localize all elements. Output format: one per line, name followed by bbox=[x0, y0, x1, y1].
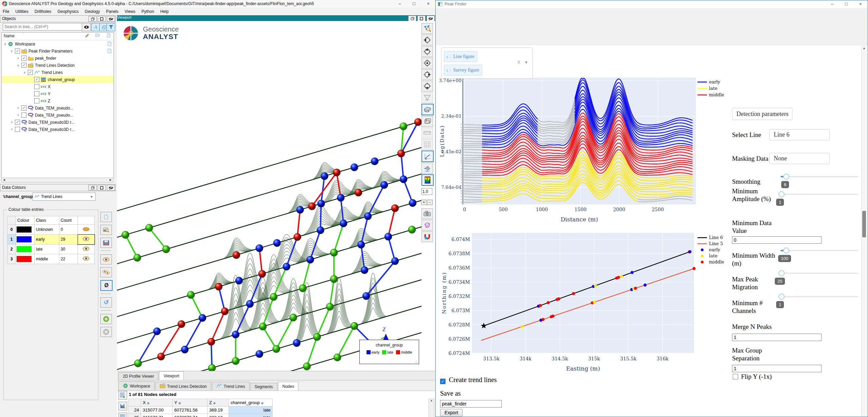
tab-trend-lines-detection[interactable]: Trend Lines Detection bbox=[155, 382, 211, 391]
tree-item-data-tem-pseudo-[interactable]: >✓rxData_TEM_pseudo... bbox=[2, 104, 114, 112]
view-left-button[interactable] bbox=[421, 35, 433, 45]
zoom-to-selection-button[interactable] bbox=[421, 23, 433, 34]
background-colour-button[interactable] bbox=[421, 163, 433, 174]
tree-checkbox[interactable]: ✓ bbox=[15, 120, 20, 125]
expand-icon[interactable]: > bbox=[9, 127, 14, 131]
float-panel-button[interactable] bbox=[88, 16, 97, 22]
view-up-button[interactable] bbox=[421, 46, 433, 57]
menu-drillholes[interactable]: Drillholes bbox=[35, 9, 51, 14]
viewport-legend[interactable]: channel_group earlylatemiddle .: bbox=[359, 340, 419, 364]
grid-button[interactable] bbox=[421, 139, 433, 150]
orthographic-view-button[interactable] bbox=[421, 116, 433, 127]
tree-item-trend-lines-detection[interactable]: ∨✓Trend Lines Detection bbox=[2, 62, 114, 69]
tree-item-channel-group[interactable]: ✓channel_group bbox=[2, 76, 114, 83]
filter-button[interactable] bbox=[106, 23, 115, 31]
zoom-steppers-button[interactable]: +- bbox=[421, 197, 432, 207]
null-visibility-button[interactable]: Ø bbox=[100, 280, 113, 291]
colour-swatch[interactable] bbox=[17, 236, 32, 242]
min-width-slider[interactable] bbox=[781, 250, 858, 251]
smoothing-slider[interactable] bbox=[781, 176, 858, 177]
tree-item-data-tem-pseudo3d-r-[interactable]: >txData_TEM_pseudo3D r... bbox=[2, 126, 114, 133]
legend-resize-handle[interactable]: .: bbox=[415, 360, 417, 363]
tree-item-data-tem-pseudo3d-r-[interactable]: >✓rxData_TEM_pseudo3D r... bbox=[2, 119, 114, 126]
flip-y-checkbox[interactable] bbox=[733, 374, 738, 379]
menu-geophysics[interactable]: Geophysics bbox=[57, 9, 79, 14]
close-button[interactable]: × bbox=[421, 0, 435, 8]
detection-parameters-dropdown[interactable]: Detection parameters▼ bbox=[732, 108, 792, 120]
tab-viewport[interactable]: Viewport bbox=[159, 371, 183, 380]
tree-item-data-tem-pseudo-[interactable]: >txData_TEM_pseudo... bbox=[2, 112, 114, 119]
find-colour-button[interactable] bbox=[100, 225, 112, 235]
figure-select-dropdown[interactable]: xLine figure xSurvey figure X▼ bbox=[441, 47, 533, 79]
chip-remove-icon[interactable]: x bbox=[444, 68, 451, 72]
menu-geology[interactable]: Geology bbox=[85, 9, 100, 14]
colour-row-unknown[interactable]: 0Unknown0 bbox=[7, 225, 95, 235]
pf-minimize-button[interactable]: – bbox=[825, 0, 839, 8]
colour-swatch[interactable] bbox=[17, 246, 32, 252]
collapse-icon[interactable]: ∨ bbox=[9, 49, 14, 53]
tab-workspace[interactable]: Workspace bbox=[118, 381, 155, 391]
expand-icon[interactable]: > bbox=[16, 113, 20, 117]
colour-row-middle[interactable]: 3middle22 bbox=[7, 254, 95, 264]
tree-checkbox[interactable]: ✓ bbox=[21, 63, 26, 68]
pf-scrollbar[interactable]: ▲ bbox=[861, 45, 867, 417]
tab-segments[interactable]: Segments bbox=[250, 383, 277, 391]
axes-button[interactable] bbox=[421, 151, 434, 162]
chip-survey-figure[interactable]: xSurvey figure bbox=[444, 65, 482, 76]
table-grid-button[interactable] bbox=[118, 413, 127, 417]
tab-trend-lines[interactable]: Trend Lines bbox=[212, 382, 250, 391]
export-button[interactable]: Export bbox=[440, 409, 462, 416]
tab-nodes[interactable]: Nodes bbox=[278, 382, 299, 391]
masking-data-dropdown[interactable]: None bbox=[769, 153, 830, 164]
tree-checkbox[interactable]: ✓ bbox=[15, 48, 20, 54]
tree-checkbox[interactable] bbox=[15, 127, 20, 132]
tree-item-z[interactable]: XYZZ bbox=[2, 97, 114, 104]
save-as-input[interactable] bbox=[440, 400, 502, 408]
dropdown-arrow-icon[interactable]: ▼ bbox=[524, 60, 528, 65]
maximize-button[interactable]: □ bbox=[407, 0, 421, 8]
doc-icon[interactable] bbox=[107, 48, 112, 54]
menu-panels[interactable]: Panels bbox=[106, 9, 119, 14]
create-trend-lines-checkbox[interactable]: ✓ bbox=[440, 379, 446, 384]
nodes-table[interactable]: X ◆Y ◆Z ◆channel_group ◆24315077.0060727… bbox=[128, 399, 273, 417]
visibility-toggle-button[interactable] bbox=[82, 23, 91, 31]
maximize-panel-button[interactable] bbox=[98, 185, 106, 191]
colour-row-late[interactable]: 2late30 bbox=[7, 244, 95, 254]
min-amplitude-slider[interactable] bbox=[781, 194, 858, 195]
add-entry-button[interactable] bbox=[100, 314, 112, 324]
wireframe-button[interactable] bbox=[421, 220, 433, 231]
zoom-in-button[interactable]: + bbox=[421, 200, 427, 205]
font-size-button[interactable]: A bbox=[91, 23, 100, 31]
charts-canvas[interactable]: 050010001500200025003.74e+002.34e-011.45… bbox=[436, 45, 868, 417]
row-visibility-toggle[interactable] bbox=[78, 235, 95, 244]
tree-checkbox[interactable] bbox=[34, 91, 39, 96]
exaggeration-button[interactable]: 1.0 bbox=[421, 186, 432, 197]
menu-file[interactable]: File bbox=[3, 9, 9, 14]
save-colour-table-button[interactable] bbox=[100, 238, 112, 248]
tree-checkbox[interactable] bbox=[21, 113, 26, 118]
view-down-button[interactable] bbox=[421, 81, 433, 92]
doc-icon[interactable] bbox=[107, 41, 112, 47]
zoom-out-button[interactable]: - bbox=[427, 200, 433, 205]
colour-table[interactable]: ColourClassCount0Unknown01early292late30… bbox=[7, 216, 95, 264]
perspective-view-button[interactable] bbox=[421, 104, 434, 115]
tree-checkbox[interactable] bbox=[34, 84, 39, 89]
new-entry-button[interactable] bbox=[100, 212, 112, 222]
maximize-panel-button[interactable] bbox=[98, 16, 106, 22]
minimize-button[interactable]: – bbox=[393, 0, 407, 8]
scroll-right-arrow[interactable]: ▶ bbox=[108, 178, 113, 182]
tree-horizontal-scrollbar[interactable]: ◀ ▶ bbox=[1, 178, 113, 182]
colour-row-early[interactable]: 1early29 bbox=[7, 235, 95, 244]
menu-python[interactable]: Python bbox=[141, 9, 154, 14]
tree-item-workspace[interactable]: ∨Workspace bbox=[2, 40, 114, 47]
tree-item-peak-finder[interactable]: >✓peak_finder bbox=[2, 55, 114, 62]
pf-maximize-button[interactable]: □ bbox=[839, 0, 853, 8]
colour-swatch[interactable] bbox=[17, 226, 32, 233]
tree-checkbox[interactable]: ✓ bbox=[21, 56, 26, 61]
save-table-button[interactable] bbox=[118, 402, 127, 411]
viewport-3d-canvas[interactable]: Geoscience ANALYST bbox=[117, 21, 435, 371]
show-all-button[interactable] bbox=[100, 267, 112, 277]
menu-help[interactable]: Help bbox=[160, 9, 169, 14]
clip-filter-button[interactable] bbox=[421, 92, 433, 103]
tree-checkbox[interactable]: ✓ bbox=[34, 77, 39, 82]
